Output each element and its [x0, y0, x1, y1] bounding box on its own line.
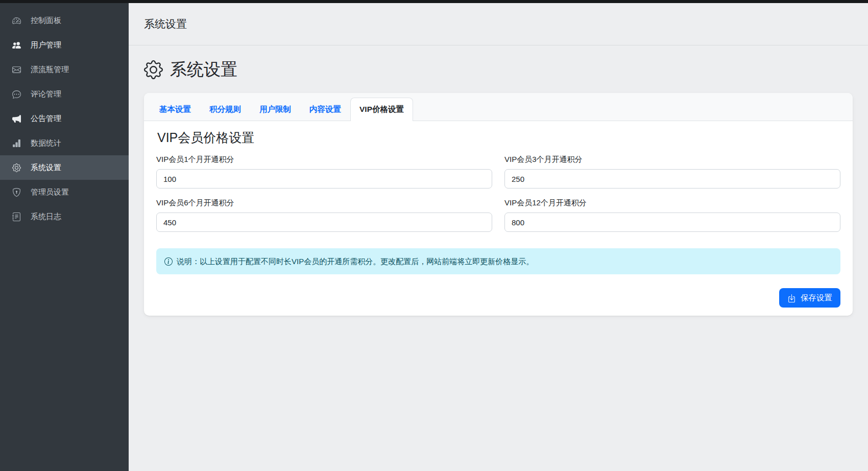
vip-1month-input[interactable]: [156, 169, 492, 189]
form-actions: 保存设置: [156, 288, 840, 308]
envelope-icon: [11, 65, 21, 74]
vip-6month-label: VIP会员6个月开通积分: [156, 198, 492, 208]
save-icon: [787, 294, 796, 302]
sidebar: 控制面板 用户管理 漂流瓶管理 评论管理 公告管理 数据统计 系: [0, 0, 129, 471]
form-group-vip-12month: VIP会员12个月开通积分: [504, 198, 840, 232]
save-settings-label: 保存设置: [801, 293, 832, 303]
sidebar-item-label: 数据统计: [31, 138, 61, 148]
vip-1month-label: VIP会员1个月开通积分: [156, 155, 492, 164]
sidebar-item-statistics[interactable]: 数据统计: [0, 131, 129, 155]
sidebar-item-label: 管理员设置: [31, 187, 69, 197]
page-title: 系统设置: [144, 58, 868, 81]
speedometer-icon: [11, 16, 21, 25]
vip-12month-label: VIP会员12个月开通积分: [504, 198, 840, 208]
top-bar: [0, 0, 868, 3]
form-group-vip-6month: VIP会员6个月开通积分: [156, 198, 492, 232]
tab-basic-settings[interactable]: 基本设置: [150, 98, 200, 121]
sidebar-item-label: 评论管理: [31, 89, 61, 99]
sidebar-item-label: 漂流瓶管理: [31, 65, 69, 75]
vip-6month-input[interactable]: [156, 213, 492, 232]
tab-user-limits[interactable]: 用户限制: [250, 98, 300, 121]
save-settings-button[interactable]: 保存设置: [779, 288, 840, 308]
main-content: 系统设置 系统设置 基本设置 积分规则 用户限制 内容设置 VIP价格设置 VI…: [129, 3, 868, 316]
sidebar-item-label: 控制面板: [31, 16, 61, 26]
vip-3month-input[interactable]: [504, 169, 840, 189]
page-header: 系统设置: [129, 3, 868, 45]
tab-vip-price-settings[interactable]: VIP价格设置: [350, 98, 413, 121]
tab-bar: 基本设置 积分规则 用户限制 内容设置 VIP价格设置: [144, 93, 853, 121]
form-group-vip-3month: VIP会员3个月开通积分: [504, 155, 840, 189]
bar-chart-icon: [11, 138, 21, 148]
shield-icon: [11, 187, 21, 197]
settings-card: 基本设置 积分规则 用户限制 内容设置 VIP价格设置 VIP会员价格设置 VI…: [144, 93, 853, 316]
sidebar-item-bottles[interactable]: 漂流瓶管理: [0, 57, 129, 82]
sidebar-item-label: 公告管理: [31, 114, 61, 124]
info-circle-icon: [164, 257, 173, 266]
gear-icon: [144, 60, 163, 79]
tab-panel-vip-prices: VIP会员价格设置 VIP会员1个月开通积分 VIP会员3个月开通积分 VIP会…: [144, 121, 853, 316]
tab-points-rules[interactable]: 积分规则: [200, 98, 250, 121]
section-title: VIP会员价格设置: [157, 129, 840, 146]
sidebar-item-system-settings[interactable]: 系统设置: [0, 155, 129, 180]
megaphone-icon: [11, 114, 21, 123]
vip-12month-input[interactable]: [504, 213, 840, 232]
form-group-vip-1month: VIP会员1个月开通积分: [156, 155, 492, 189]
journal-icon: [11, 212, 21, 221]
info-alert-text: 说明：以上设置用于配置不同时长VIP会员的开通所需积分。更改配置后，网站前端将立…: [177, 256, 534, 267]
info-alert: 说明：以上设置用于配置不同时长VIP会员的开通所需积分。更改配置后，网站前端将立…: [156, 248, 840, 274]
sidebar-item-system-log[interactable]: 系统日志: [0, 204, 129, 229]
header-title: 系统设置: [144, 17, 187, 31]
gear-icon: [11, 163, 21, 172]
users-icon: [11, 40, 21, 50]
sidebar-item-admin-settings[interactable]: 管理员设置: [0, 180, 129, 204]
tab-content-settings[interactable]: 内容设置: [300, 98, 350, 121]
sidebar-item-users[interactable]: 用户管理: [0, 33, 129, 57]
sidebar-item-label: 系统日志: [31, 212, 61, 222]
comment-icon: [11, 89, 21, 99]
sidebar-item-label: 系统设置: [31, 163, 61, 173]
sidebar-item-comments[interactable]: 评论管理: [0, 82, 129, 106]
page-title-text: 系统设置: [170, 58, 237, 81]
sidebar-item-announcements[interactable]: 公告管理: [0, 106, 129, 131]
sidebar-item-label: 用户管理: [31, 40, 61, 50]
vip-3month-label: VIP会员3个月开通积分: [504, 155, 840, 164]
vip-price-form: VIP会员1个月开通积分 VIP会员3个月开通积分 VIP会员6个月开通积分 V…: [156, 155, 840, 232]
sidebar-item-dashboard[interactable]: 控制面板: [0, 8, 129, 33]
